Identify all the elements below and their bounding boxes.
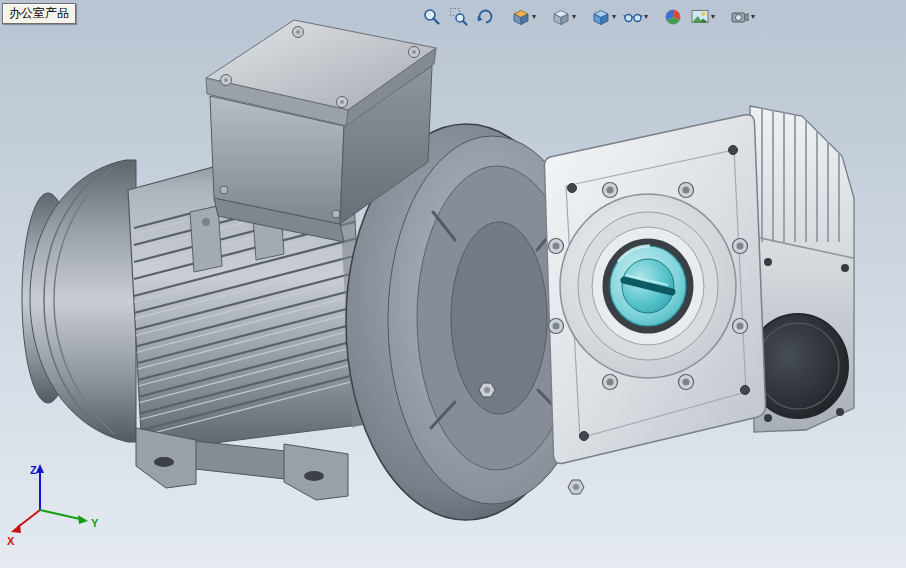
zoom-to-area-button[interactable] — [447, 6, 471, 28]
y-arrow — [78, 515, 88, 524]
y-axis — [40, 510, 80, 519]
view-orientation-icon — [551, 7, 571, 27]
zoom-to-fit-button[interactable] — [420, 6, 444, 28]
foot-slot — [304, 471, 324, 481]
zoom-to-area-icon — [449, 7, 469, 27]
flange-hub — [451, 222, 547, 414]
box-screw — [220, 186, 228, 194]
z-axis-label: Z — [30, 464, 37, 476]
x-axis-label: X — [7, 535, 15, 547]
dropdown-arrow-icon: ▾ — [751, 13, 755, 21]
previous-view-icon — [476, 7, 496, 27]
dropdown-arrow-icon: ▾ — [572, 13, 576, 21]
display-style-button[interactable]: ▾ — [589, 6, 618, 28]
corner-hole — [729, 146, 738, 155]
edit-appearance-icon — [663, 7, 683, 27]
x-axis — [18, 510, 40, 527]
box-screw — [332, 210, 340, 218]
hex-bolt — [568, 480, 584, 494]
corner-hole — [741, 386, 750, 395]
view-settings-icon — [730, 7, 750, 27]
dropdown-arrow-icon: ▾ — [532, 13, 536, 21]
corner-hole — [580, 432, 589, 441]
display-style-icon — [591, 7, 611, 27]
corner-hole — [568, 184, 577, 193]
foot-slot — [154, 457, 174, 467]
view-settings-button[interactable]: ▾ — [728, 6, 757, 28]
view-orientation-button[interactable]: ▾ — [549, 6, 578, 28]
dropdown-arrow-icon: ▾ — [612, 13, 616, 21]
tapped-hole — [836, 408, 844, 416]
y-axis-label: Y — [91, 517, 99, 529]
edit-appearance-button[interactable] — [661, 6, 685, 28]
gearbox-front-flange[interactable] — [544, 115, 765, 464]
model-3d[interactable] — [0, 0, 906, 568]
tapped-hole — [764, 414, 772, 422]
dropdown-arrow-icon: ▾ — [711, 13, 715, 21]
zoom-to-fit-icon — [422, 7, 442, 27]
annotation-text: 办公室产品 — [9, 6, 69, 20]
x-arrow — [11, 524, 21, 533]
tapped-hole — [841, 264, 849, 272]
hide-show-items-button[interactable]: ▾ — [621, 6, 650, 28]
apply-scene-icon — [690, 7, 710, 27]
hex-bolt — [479, 383, 495, 397]
apply-scene-button[interactable]: ▾ — [688, 6, 717, 28]
orientation-triad: Z X Y — [4, 460, 104, 560]
z-arrow — [36, 464, 44, 473]
dropdown-arrow-icon: ▾ — [644, 13, 648, 21]
post-bolt — [202, 218, 210, 226]
heads-up-toolbar: ▾ ▾ ▾ ▾ — [420, 4, 757, 30]
tapped-hole — [764, 258, 772, 266]
previous-view-button[interactable] — [474, 6, 498, 28]
lifting-post — [190, 206, 222, 272]
section-view-icon — [511, 7, 531, 27]
input-shaft-coupling[interactable] — [610, 246, 686, 326]
annotation-label[interactable]: 办公室产品 — [2, 3, 76, 24]
section-view-button[interactable]: ▾ — [509, 6, 538, 28]
cad-viewport[interactable]: 办公室产品 — [0, 0, 906, 568]
hide-show-items-icon — [623, 7, 643, 27]
